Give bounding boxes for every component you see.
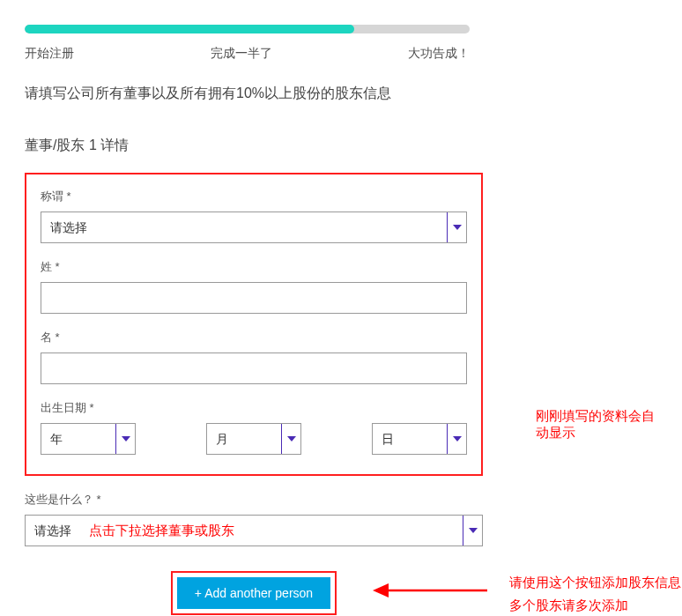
annotation-add-line2: 多个股东请多次添加 <box>509 594 681 617</box>
progress-track <box>25 25 470 33</box>
chevron-down-icon <box>447 424 466 454</box>
annotation-add: 请使用这个按钮添加股东信息 多个股东请多次添加 <box>509 571 681 616</box>
progress-bar: 开始注册 完成一半了 大功告成！ <box>25 25 470 62</box>
chevron-down-icon <box>115 424 135 454</box>
chevron-down-icon <box>281 424 300 454</box>
progress-fill <box>25 25 354 33</box>
title-label: 称谓 * <box>41 189 467 204</box>
svg-marker-1 <box>373 583 389 597</box>
what-hint: 点击下拉选择董事或股东 <box>89 523 234 538</box>
add-person-button[interactable]: + Add another person <box>177 577 330 609</box>
surname-label: 姓 * <box>41 259 467 275</box>
given-label: 名 * <box>41 330 467 345</box>
what-select[interactable]: 请选择 点击下拉选择董事或股东 <box>25 515 483 546</box>
month-select[interactable]: 月 <box>206 423 301 455</box>
arrow-annotation <box>373 578 487 603</box>
what-select-text: 请选择 <box>34 523 71 538</box>
dob-label: 出生日期 * <box>41 400 467 416</box>
annotation-autofill: 刚刚填写的资料会自动显示 <box>536 408 664 442</box>
add-button-highlight: + Add another person <box>171 571 337 615</box>
given-input[interactable] <box>41 353 467 384</box>
progress-mid-label: 完成一半了 <box>211 46 272 62</box>
chevron-down-icon <box>463 516 482 545</box>
progress-end-label: 大功告成！ <box>408 46 470 62</box>
year-select[interactable]: 年 <box>41 423 136 455</box>
annotation-add-line1: 请使用这个按钮添加股东信息 <box>509 571 681 594</box>
surname-input[interactable] <box>41 282 467 314</box>
title-select[interactable]: 请选择 <box>41 212 467 243</box>
instruction-text: 请填写公司所有董事以及所有拥有10%以上股份的股东信息 <box>25 85 664 103</box>
day-select[interactable]: 日 <box>372 423 467 455</box>
title-select-value: 请选择 <box>41 212 467 243</box>
progress-start-label: 开始注册 <box>25 46 74 62</box>
what-select-value: 请选择 点击下拉选择董事或股东 <box>25 515 483 546</box>
section-title: 董事/股东 1 详情 <box>25 137 664 155</box>
form-box: 称谓 * 请选择 姓 * 名 * 出生日期 * 年 月 <box>25 173 483 476</box>
chevron-down-icon <box>447 212 466 242</box>
arrow-left-icon <box>373 578 487 603</box>
what-label: 这些是什么？ * <box>25 492 483 508</box>
